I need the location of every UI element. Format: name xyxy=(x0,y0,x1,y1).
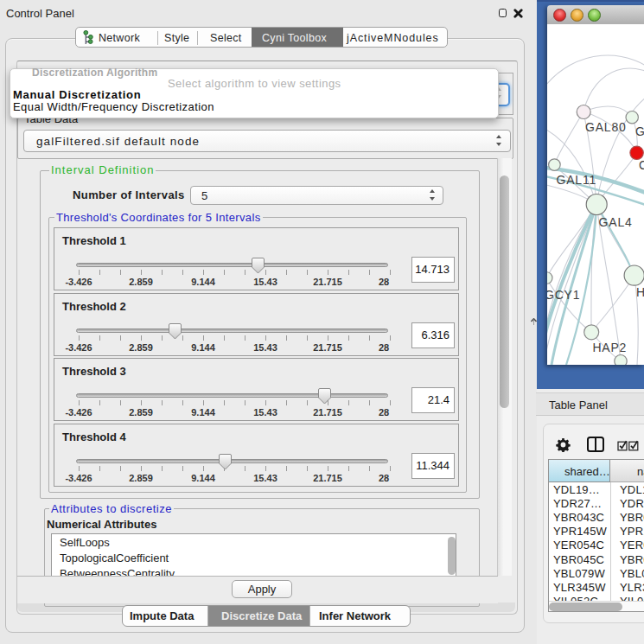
svg-text:GCY1: GCY1 xyxy=(547,288,580,302)
svg-text:CYC: CYC xyxy=(639,158,644,172)
svg-text:GAL80: GAL80 xyxy=(585,120,627,134)
svg-text:GAL2: GAL2 xyxy=(635,124,644,138)
svg-text:GAL11: GAL11 xyxy=(557,173,597,187)
svg-text:HIS7: HIS7 xyxy=(636,285,644,299)
svg-text:HAP2: HAP2 xyxy=(592,341,627,354)
svg-text:GAL4: GAL4 xyxy=(599,215,633,229)
